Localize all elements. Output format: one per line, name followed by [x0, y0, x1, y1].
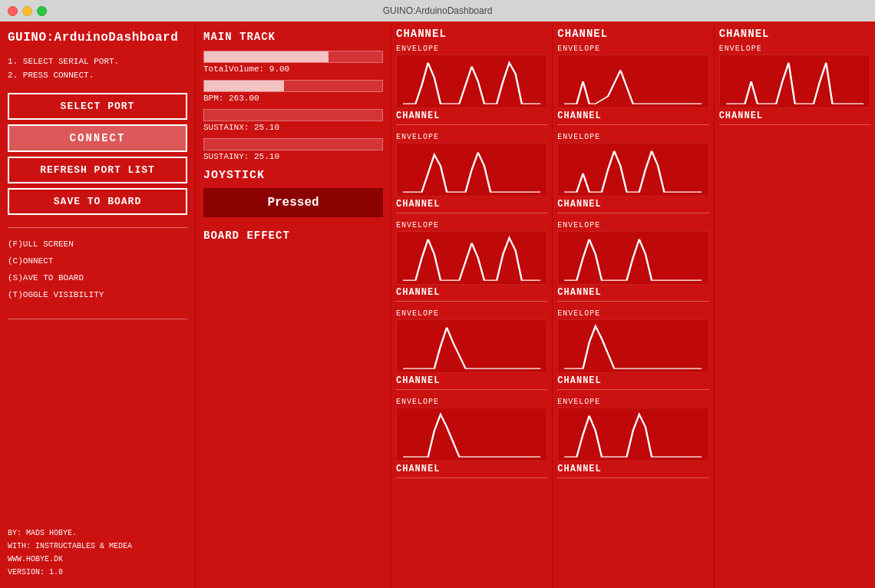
channel-block-title-1-1: CHANNEL [557, 199, 708, 213]
board-effect-label: BOARD EFFECT [203, 230, 383, 242]
footer-info: BY: MADS HOBYE. WITH: INSTRUCTABLES & ME… [8, 527, 187, 579]
shortcut-fullscreen[interactable]: (F)ULL SCREEN [8, 236, 187, 253]
bpm-container: BPM: 263.00 [203, 80, 383, 103]
channel-block-title-0-1: CHANNEL [396, 199, 547, 213]
total-volume-container: TotalVolume: 9.00 [203, 51, 383, 74]
connect-button[interactable]: CONNECT [8, 124, 187, 152]
titlebar: GUINO:ArduinoDashboard [0, 0, 875, 21]
pressed-button[interactable]: Pressed [203, 188, 383, 217]
main-content: MAIN TRACK TotalVolume: 9.00 BPM: 263.00… [196, 21, 875, 588]
channel-block-1-0: ENVELOPECHANNEL [557, 45, 708, 125]
envelope-label-2-0: ENVELOPE [719, 45, 870, 53]
instruction-line2: 2. PRESS CONNECT. [8, 69, 187, 83]
envelope-label-1-4: ENVELOPE [557, 398, 708, 406]
instruction-line1: 1. SELECT SERIAL PORT. [8, 55, 187, 69]
save-to-board-button[interactable]: SAVE TO BOARD [8, 188, 187, 215]
channel-block-1-2: ENVELOPECHANNEL [557, 221, 708, 302]
total-volume-bar[interactable] [203, 51, 383, 63]
envelope-display-1-0[interactable] [557, 55, 708, 108]
select-port-button[interactable]: SELECT PORT [8, 93, 187, 120]
app: GUINO:ArduinoDashboard 1. SELECT SERIAL … [0, 21, 875, 588]
envelope-display-1-2[interactable] [557, 231, 708, 285]
envelope-label-1-3: ENVELOPE [557, 309, 708, 318]
divider2 [8, 319, 187, 319]
channel-col-title-1: CHANNEL [557, 28, 708, 40]
envelope-display-1-1[interactable] [557, 143, 708, 197]
envelope-label-0-2: ENVELOPE [396, 221, 547, 230]
sustainy-container: SUSTAINY: 25.10 [203, 138, 383, 161]
joystick-label: JOYSTICK [203, 169, 383, 182]
footer-line4: VERSION: 1.0 [8, 566, 187, 579]
envelope-display-2-0[interactable] [719, 55, 870, 108]
envelope-display-1-3[interactable] [557, 319, 708, 373]
bpm-bar[interactable] [203, 80, 383, 92]
channel-col-title-2: CHANNEL [719, 28, 870, 40]
envelope-label-1-2: ENVELOPE [557, 221, 708, 230]
channel-col-0: CHANNELENVELOPECHANNELENVELOPECHANNELENV… [391, 21, 553, 588]
envelope-display-1-4[interactable] [557, 408, 708, 461]
channel-block-title-1-2: CHANNEL [557, 287, 708, 302]
total-volume-fill [204, 51, 329, 62]
channel-block-0-2: ENVELOPECHANNEL [396, 221, 547, 302]
envelope-label-0-4: ENVELOPE [396, 398, 547, 406]
envelope-label-0-0: ENVELOPE [396, 45, 547, 53]
envelope-label-1-0: ENVELOPE [557, 45, 708, 53]
channel-block-title-1-4: CHANNEL [557, 464, 708, 478]
channel-block-title-0-0: CHANNEL [396, 111, 547, 125]
minimize-button[interactable] [22, 6, 32, 16]
channel-block-1-1: ENVELOPECHANNEL [557, 133, 708, 213]
channel-col-1: CHANNELENVELOPECHANNELENVELOPECHANNELENV… [553, 21, 714, 588]
bpm-fill [204, 81, 284, 91]
channel-block-1-4: ENVELOPECHANNEL [557, 398, 708, 478]
total-volume-label: TotalVolume: 9.00 [203, 64, 383, 74]
sustainx-label: SUSTAINX: 25.10 [203, 123, 383, 132]
sustainy-bar[interactable] [203, 138, 383, 150]
channel-block-2-0: ENVELOPECHANNEL [719, 45, 870, 125]
main-track-title: MAIN TRACK [203, 31, 383, 43]
footer-line1: BY: MADS HOBYE. [8, 527, 187, 540]
envelope-display-0-2[interactable] [396, 231, 547, 285]
envelope-display-0-1[interactable] [396, 143, 547, 197]
channel-block-title-2-0: CHANNEL [719, 111, 870, 125]
envelope-label-0-1: ENVELOPE [396, 133, 547, 141]
shortcut-list: (F)ULL SCREEN (C)ONNECT (S)AVE TO BOARD … [8, 236, 187, 303]
window-title: GUINO:ArduinoDashboard [383, 5, 493, 16]
channel-block-title-0-3: CHANNEL [396, 375, 547, 390]
channel-block-title-1-0: CHANNEL [557, 111, 708, 125]
shortcut-connect[interactable]: (C)ONNECT [8, 253, 187, 269]
sustainy-label: SUSTAINY: 25.10 [203, 152, 383, 161]
app-title: GUINO:ArduinoDashboard [8, 31, 187, 45]
sustainx-bar[interactable] [203, 109, 383, 121]
shortcut-toggle[interactable]: (T)OGGLE VISIBILITY [8, 286, 187, 303]
channel-block-title-0-4: CHANNEL [396, 464, 547, 478]
shortcut-save[interactable]: (S)AVE TO BOARD [8, 269, 187, 286]
channel-block-0-4: ENVELOPECHANNEL [396, 398, 547, 478]
channel-block-1-3: ENVELOPECHANNEL [557, 309, 708, 390]
channel-col-2: CHANNELENVELOPECHANNEL [715, 21, 875, 588]
envelope-display-0-0[interactable] [396, 55, 547, 108]
sidebar: GUINO:ArduinoDashboard 1. SELECT SERIAL … [0, 21, 196, 588]
channel-block-0-0: ENVELOPECHANNEL [396, 45, 547, 125]
sustainx-container: SUSTAINX: 25.10 [203, 109, 383, 132]
footer-line2: WITH: INSTRUCTABLES & MEDEA [8, 540, 187, 553]
footer-line3: WWW.HOBYE.DK [8, 553, 187, 566]
channels-area: CHANNELENVELOPECHANNELENVELOPECHANNELENV… [391, 21, 875, 588]
envelope-label-0-3: ENVELOPE [396, 309, 547, 318]
envelope-display-0-4[interactable] [396, 408, 547, 461]
channel-block-0-1: ENVELOPECHANNEL [396, 133, 547, 213]
instructions: 1. SELECT SERIAL PORT. 2. PRESS CONNECT. [8, 55, 187, 82]
refresh-port-button[interactable]: REFRESH PORT LIST [8, 157, 187, 183]
envelope-display-0-3[interactable] [396, 319, 547, 373]
bpm-label: BPM: 263.00 [203, 94, 383, 103]
close-button[interactable] [8, 6, 18, 16]
channel-block-title-1-3: CHANNEL [557, 375, 708, 390]
envelope-label-1-1: ENVELOPE [557, 133, 708, 141]
channel-block-0-3: ENVELOPECHANNEL [396, 309, 547, 390]
channel-block-title-0-2: CHANNEL [396, 287, 547, 302]
maximize-button[interactable] [37, 6, 47, 16]
divider1 [8, 227, 187, 228]
main-track-column: MAIN TRACK TotalVolume: 9.00 BPM: 263.00… [196, 21, 391, 588]
channel-col-title-0: CHANNEL [396, 28, 547, 40]
